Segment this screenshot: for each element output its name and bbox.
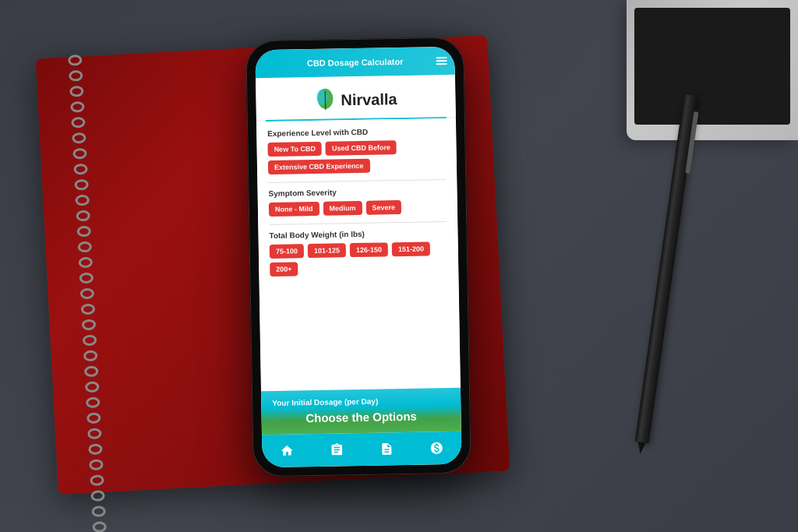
hamburger-menu-button[interactable] (436, 57, 447, 65)
clipboard-icon (330, 442, 344, 456)
phone-screen: CBD Dosage Calculator Nirvalla (255, 47, 461, 467)
spiral-ring (77, 241, 92, 253)
severity-options: None - Mild Medium Severe (269, 199, 447, 217)
used-cbd-button[interactable]: Used CBD Before (326, 140, 397, 156)
spiral-ring (84, 365, 99, 377)
spiral-ring (76, 210, 90, 222)
spiral-ring (72, 148, 87, 160)
section-divider-2 (269, 221, 447, 225)
weight-101-125-button[interactable]: 101-125 (308, 243, 346, 258)
nav-home-button[interactable] (280, 443, 294, 457)
spiral-ring (85, 381, 100, 393)
severe-button[interactable]: Severe (365, 200, 401, 215)
extensive-cbd-button[interactable]: Extensive CBD Experience (268, 159, 370, 174)
home-icon (280, 443, 294, 457)
choose-options-button[interactable]: Choose the Options (272, 409, 450, 425)
hamburger-line (436, 60, 447, 62)
dollar-icon (429, 441, 443, 455)
spiral-ring (76, 226, 91, 238)
spiral-ring (73, 164, 88, 175)
logo-area: Nirvalla (256, 75, 456, 120)
nav-file-button[interactable] (380, 442, 394, 456)
experience-options: New To CBD Used CBD Before Extensive CBD… (267, 139, 446, 174)
file-icon (380, 442, 394, 456)
spiral-ring (79, 273, 94, 284)
pen-tip (637, 442, 646, 454)
nav-clipboard-button[interactable] (330, 442, 344, 456)
phone-wrapper: CBD Dosage Calculator Nirvalla (245, 37, 471, 477)
new-to-cbd-button[interactable]: New To CBD (267, 142, 322, 157)
spiral-ring (86, 396, 101, 408)
spiral-ring (87, 428, 102, 439)
spiral-ring (92, 521, 107, 532)
hamburger-line (436, 57, 447, 58)
app-title: CBD Dosage Calculator (307, 57, 404, 68)
weight-options: 75-100 101-125 126-150 151-200 200+ (270, 241, 448, 277)
spiral-ring (72, 132, 87, 144)
spiral-ring (78, 257, 93, 269)
section-divider-1 (268, 179, 446, 183)
weight-200plus-button[interactable]: 200+ (270, 262, 298, 277)
spiral-ring (81, 303, 96, 315)
medium-button[interactable]: Medium (323, 201, 362, 216)
weight-126-150-button[interactable]: 126-150 (350, 242, 388, 257)
weight-section-label: Total Body Weight (in lbs) (269, 228, 447, 240)
none-mild-button[interactable]: None - Mild (269, 202, 320, 217)
spiral-ring (75, 195, 90, 206)
spiral-ring (88, 443, 103, 455)
spiral-ring (89, 459, 104, 470)
spiral-ring (83, 350, 98, 361)
spiral-ring (69, 70, 83, 82)
laptop-screen (634, 8, 790, 125)
spiral-ring (83, 334, 97, 346)
severity-section-label: Symptom Severity (268, 186, 446, 198)
spiral-ring (68, 55, 83, 66)
weight-75-100-button[interactable]: 75-100 (270, 244, 304, 259)
main-content: Experience Level with CBD New To CBD Use… (256, 118, 461, 391)
laptop (627, 0, 798, 140)
spiral-ring (80, 287, 95, 299)
bottom-navigation (262, 432, 462, 467)
nav-dollar-button[interactable] (429, 441, 443, 455)
spiral-ring (82, 319, 97, 330)
hamburger-line (436, 63, 447, 65)
spiral-ring (69, 86, 84, 97)
leaf-icon (314, 87, 337, 112)
experience-section-label: Experience Level with CBD (267, 126, 445, 138)
brand-name: Nirvalla (341, 90, 397, 109)
spiral-ring (71, 117, 86, 129)
spiral-ring (87, 412, 101, 424)
dosage-area: Your Initial Dosage (per Day) Choose the… (261, 388, 461, 435)
spiral-ring (74, 179, 89, 191)
app-header: CBD Dosage Calculator (255, 47, 455, 78)
spiral-ring (70, 101, 85, 113)
dosage-label: Your Initial Dosage (per Day) (272, 397, 378, 407)
phone-device: CBD Dosage Calculator Nirvalla (245, 37, 471, 477)
weight-151-200-button[interactable]: 151-200 (392, 241, 430, 256)
